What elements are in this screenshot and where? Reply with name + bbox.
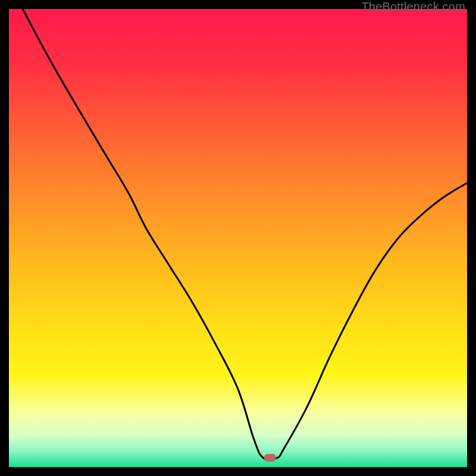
- bottleneck-chart: [9, 9, 467, 467]
- chart-frame: [9, 9, 467, 467]
- watermark-text: TheBottleneck.com: [361, 0, 465, 14]
- optimal-point-marker: [264, 454, 276, 462]
